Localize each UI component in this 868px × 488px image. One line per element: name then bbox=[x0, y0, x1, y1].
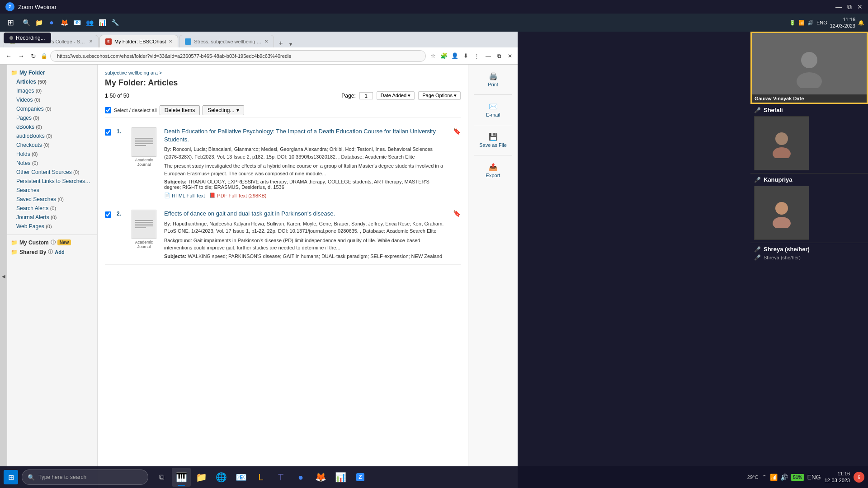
new-badge[interactable]: New bbox=[57, 239, 71, 245]
toggle-sidebar-btn[interactable]: ◀ bbox=[0, 65, 7, 488]
search-icon[interactable]: 🔍 bbox=[21, 18, 31, 28]
article-2-abstract: Background: Gait impairments in Parkinso… bbox=[164, 237, 448, 252]
minimize-browser[interactable]: — bbox=[484, 51, 493, 61]
back-button[interactable]: ← bbox=[4, 51, 14, 61]
zoom-btn[interactable]: Z bbox=[351, 468, 370, 487]
misc-icon[interactable]: 🔧 bbox=[110, 18, 120, 28]
add-shared-link[interactable]: Add bbox=[55, 249, 64, 255]
tab-close-ebsco[interactable]: ✕ bbox=[169, 39, 172, 44]
taskview-btn[interactable]: ⧉ bbox=[152, 468, 171, 487]
close-browser[interactable]: ✕ bbox=[506, 51, 514, 61]
sidebar-item-audiobooks[interactable]: audioBooks (0) bbox=[7, 131, 97, 141]
chrome-icon[interactable]: ● bbox=[47, 18, 57, 28]
date-added-dropdown[interactable]: Date Added ▾ bbox=[377, 91, 415, 100]
sidebar-item-web-pages[interactable]: Web Pages (0) bbox=[7, 222, 97, 231]
reload-button[interactable]: ↻ bbox=[29, 51, 38, 61]
excel-btn[interactable]: 📊 bbox=[331, 468, 350, 487]
sidebar-item-persistent-links[interactable]: Persistent Links to Searches (0) bbox=[7, 177, 97, 186]
downloads-icon[interactable]: ⬇ bbox=[461, 52, 470, 61]
article-1-checkbox[interactable] bbox=[105, 129, 111, 136]
pdf-icon: 📕 bbox=[209, 192, 216, 198]
email-button[interactable]: ✉️ E-mail bbox=[470, 99, 516, 121]
article-2-bookmark-icon[interactable]: 🔖 bbox=[453, 210, 461, 258]
kanupriya-name-label: Kanupriya bbox=[764, 176, 793, 183]
sidebar-item-ebooks[interactable]: eBooks (0) bbox=[7, 122, 97, 131]
tab-close-stress[interactable]: ✕ bbox=[264, 39, 268, 44]
start-button[interactable]: ⊞ bbox=[4, 16, 18, 29]
teams-btn[interactable]: T bbox=[271, 468, 290, 487]
tab-stress[interactable]: Stress, subjective wellbeing arc... ✕ bbox=[179, 35, 274, 47]
file-explorer-icon[interactable]: 📁 bbox=[34, 18, 44, 28]
print-button[interactable]: 🖨️ Print bbox=[470, 68, 516, 91]
article-1-bookmark-icon[interactable]: 🔖 bbox=[453, 127, 461, 198]
shefali-mic-icon: 🎤 bbox=[754, 107, 761, 113]
edge-icon: 🌐 bbox=[216, 472, 227, 483]
volume-icon[interactable]: 🔊 bbox=[780, 474, 788, 481]
page-options-dropdown[interactable]: Page Options ▾ bbox=[418, 91, 461, 100]
sidebar-item-companies[interactable]: Companies (0) bbox=[7, 104, 97, 113]
file-explorer-btn[interactable]: 📁 bbox=[192, 468, 211, 487]
sidebar-item-articles[interactable]: Articles (50) bbox=[7, 77, 97, 86]
close-btn[interactable]: ✕ bbox=[857, 3, 863, 11]
export-button[interactable]: 📤 Export bbox=[470, 159, 516, 182]
outlook-btn[interactable]: 📧 bbox=[231, 468, 250, 487]
sidebar-item-journal-alerts[interactable]: Journal Alerts (0) bbox=[7, 213, 97, 222]
sidebar-item-videos[interactable]: Videos (0) bbox=[7, 95, 97, 104]
sidebar-item-searches[interactable]: Searches bbox=[7, 186, 97, 195]
article-1-html-link[interactable]: 📄 HTML Full Text bbox=[164, 192, 205, 198]
network-icon[interactable]: 📶 bbox=[770, 474, 778, 481]
shreya-mic-icon: 🎤 bbox=[754, 246, 761, 253]
address-input[interactable] bbox=[50, 50, 426, 62]
labview-btn[interactable]: L bbox=[251, 468, 270, 487]
sidebar-item-search-alerts[interactable]: Search Alerts (0) bbox=[7, 204, 97, 213]
forward-button[interactable]: → bbox=[16, 51, 26, 61]
save-as-file-button[interactable]: 💾 Save as File bbox=[470, 129, 516, 151]
taskbar-search-box[interactable]: 🔍 Type here to search bbox=[22, 469, 148, 485]
tab-dropdown[interactable]: ▾ bbox=[289, 41, 292, 47]
extension-icon[interactable]: 🧩 bbox=[439, 52, 448, 61]
sidebar-item-notes[interactable]: Notes (0) bbox=[7, 159, 97, 168]
sidebar-item-checkouts[interactable]: Checkouts (0) bbox=[7, 141, 97, 150]
edge-btn[interactable]: 🌐 bbox=[212, 468, 231, 487]
browser-window: 🏠 Home-St. Mira's College - ST M... ✕ E … bbox=[0, 32, 518, 488]
chrome-btn[interactable]: ● bbox=[291, 468, 310, 487]
article-2-title[interactable]: Effects of dance on gait and dual-task g… bbox=[164, 210, 335, 217]
tab-ebsco[interactable]: E My Folder: EBSCOhost ✕ bbox=[99, 35, 178, 47]
delete-items-button[interactable]: Delete Items bbox=[160, 105, 200, 115]
sidebar-item-holds[interactable]: Holds (0) bbox=[7, 150, 97, 159]
article-2-checkbox[interactable] bbox=[105, 211, 111, 218]
sidebar-myfolder-header[interactable]: 📁 My Folder bbox=[7, 68, 97, 77]
tab-close-home[interactable]: ✕ bbox=[89, 39, 93, 44]
sidebar-item-other-content[interactable]: Other Content Sources (0) bbox=[7, 168, 97, 177]
new-tab-button[interactable]: + bbox=[275, 39, 286, 47]
maximize-browser[interactable]: ⧉ bbox=[495, 51, 503, 61]
menu-icon[interactable]: ⋮ bbox=[472, 52, 481, 61]
notification-badge[interactable]: 6 bbox=[854, 472, 864, 483]
sidebar-item-pages[interactable]: Pages (0) bbox=[7, 113, 97, 122]
sidebar-item-saved-searches[interactable]: Saved Searches (0) bbox=[7, 195, 97, 204]
select-all-checkbox[interactable] bbox=[105, 107, 111, 113]
minimize-btn[interactable]: — bbox=[835, 3, 842, 11]
time-display-bottom: 11:16 12-03-2023 bbox=[825, 470, 850, 484]
firefox-icon[interactable]: 🦊 bbox=[59, 18, 69, 28]
bookmark-icon[interactable]: ☆ bbox=[429, 52, 438, 61]
article-1-pdf-link[interactable]: 📕 PDF Full Text (298KB) bbox=[209, 192, 266, 198]
selecting-button[interactable]: Selecting... ▾ bbox=[203, 105, 244, 115]
sidebar-item-images[interactable]: Images (0) bbox=[7, 86, 97, 95]
article-1-abstract: The present study investigated the effec… bbox=[164, 162, 448, 177]
piano-app-btn[interactable]: 🎹 bbox=[172, 468, 191, 487]
maximize-btn[interactable]: ⧉ bbox=[847, 3, 852, 11]
article-1-title[interactable]: Death Education for Palliative Psycholog… bbox=[164, 128, 436, 143]
chevron-up-icon[interactable]: ⌃ bbox=[762, 474, 767, 481]
powerpoint-icon[interactable]: 📊 bbox=[97, 18, 107, 28]
breadcrumb[interactable]: subjective wellbeing ara > bbox=[105, 70, 461, 75]
window-controls[interactable]: — ⧉ ✕ bbox=[835, 3, 863, 11]
export-icon: 📤 bbox=[489, 163, 498, 171]
firefox-btn[interactable]: 🦊 bbox=[311, 468, 330, 487]
notification-icon[interactable]: 🔔 bbox=[858, 20, 864, 26]
outlook-icon[interactable]: 📧 bbox=[72, 18, 82, 28]
start-button-bottom[interactable]: ⊞ bbox=[4, 470, 18, 484]
profile-icon[interactable]: 👤 bbox=[450, 52, 459, 61]
teams-icon[interactable]: 👥 bbox=[85, 18, 94, 28]
page-number-input[interactable] bbox=[359, 92, 373, 99]
